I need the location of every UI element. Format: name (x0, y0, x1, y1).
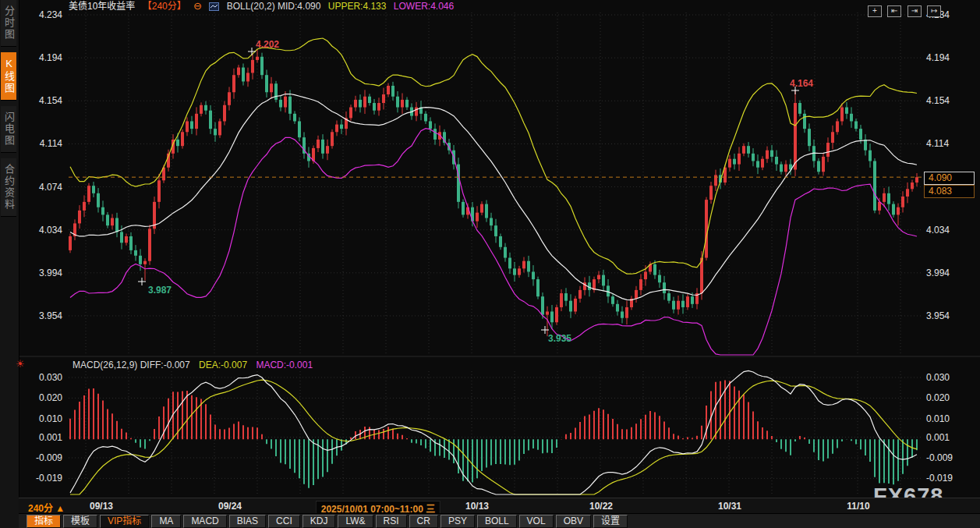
rsi-button[interactable]: RSI (376, 515, 407, 528)
compress-left-icon[interactable]: ⇤ (887, 5, 901, 17)
boll-readout: BOLL(20,2) MID:4.090 (227, 1, 321, 12)
date-label: 09/24 (218, 501, 242, 512)
instrument-title: 美债10年收益率 (69, 1, 135, 12)
macd-button[interactable]: MACD (183, 515, 226, 528)
cr-button[interactable]: CR (409, 515, 438, 528)
macd-hist-readout: MACD:-0.001 (256, 360, 313, 370)
left-sidebar: 分时图 K线图 闪电图 合约资料 (0, 0, 19, 528)
kdj-button[interactable]: KDJ (302, 515, 336, 528)
boll-lower-readout: LOWER:4.046 (394, 1, 454, 12)
last-price-tag: 4.083 (924, 185, 975, 198)
date-label: 11/10 (847, 501, 869, 512)
indicator-toolbar: 指标 模板 VIP指标 MA MACD BIAS CCI KDJ LW& RSI… (19, 513, 980, 528)
boll-button[interactable]: BOLL (477, 515, 517, 528)
chart-window: 分时图 K线图 闪电图 合约资料 ☀ 美债10年收益率 【240分】 ⊖ BOL… (0, 0, 980, 528)
macd-header: MACD(26,12,9) DIFF:-0.007 DEA:-0.007 MAC… (73, 360, 319, 370)
extreme-price-annotation: 4.164 (790, 78, 813, 89)
cci-button[interactable]: CCI (268, 515, 300, 528)
date-label: 10/13 (465, 501, 489, 512)
psy-button[interactable]: PSY (440, 515, 475, 528)
price-chart-svg[interactable] (0, 0, 980, 528)
sidebar-item-kline-chart[interactable]: K线图 (1, 52, 16, 101)
extreme-price-annotation: 3.935 (548, 333, 571, 344)
vip-indicator-button[interactable]: VIP指标 (100, 515, 149, 528)
sidebar-item-flash-chart[interactable]: 闪电图 (1, 106, 16, 153)
chart-header: 美债10年收益率 【240分】 ⊖ BOLL(20,2) MID:4.090 U… (69, 0, 458, 12)
date-label: 09/13 (90, 501, 113, 512)
period-selector[interactable]: 240分 ▲ (28, 501, 65, 514)
lwr-button[interactable]: LW& (338, 515, 373, 528)
extreme-price-annotation: 3.987 (148, 285, 172, 296)
vol-button[interactable]: VOL (519, 515, 554, 528)
settings-button[interactable]: 设置 (593, 515, 628, 528)
alarm-sun-icon[interactable]: ☀ (16, 358, 25, 370)
x-axis-strip: 240分 ▲ 09/13 09/24 2025/10/01 07:00~11:0… (19, 498, 980, 514)
sidebar-item-timeline-chart[interactable]: 分时图 (1, 0, 16, 47)
date-label: 10/22 (589, 501, 613, 512)
obv-button[interactable]: OBV (556, 515, 591, 528)
mini-kline-icon[interactable] (209, 2, 219, 11)
bias-button[interactable]: BIAS (229, 515, 266, 528)
macd-dea-readout: DEA:-0.007 (199, 360, 247, 370)
date-label: 10/31 (718, 501, 741, 512)
period-tag[interactable]: 【240分】 (143, 1, 186, 12)
link-circle-icon[interactable]: ⊖ (193, 0, 202, 12)
ma-button[interactable]: MA (151, 515, 181, 528)
shift-right-icon[interactable]: ↦ (927, 5, 941, 17)
chart-tools: + ⇤ ⇥ ↦ (868, 2, 943, 17)
extreme-price-annotation: 4.202 (256, 39, 279, 50)
sidebar-item-contract-info[interactable]: 合约资料 (1, 158, 16, 217)
crosshair-tool-icon[interactable]: + (868, 5, 882, 17)
indicator-button[interactable]: 指标 (27, 515, 61, 528)
compress-right-icon[interactable]: ⇥ (907, 5, 922, 17)
macd-diff-readout: MACD(26,12,9) DIFF:-0.007 (73, 360, 190, 370)
boll-upper-readout: UPPER:4.133 (328, 1, 387, 12)
template-button[interactable]: 模板 (63, 515, 97, 528)
boll-mid-price-tag: 4.090 (924, 172, 975, 185)
